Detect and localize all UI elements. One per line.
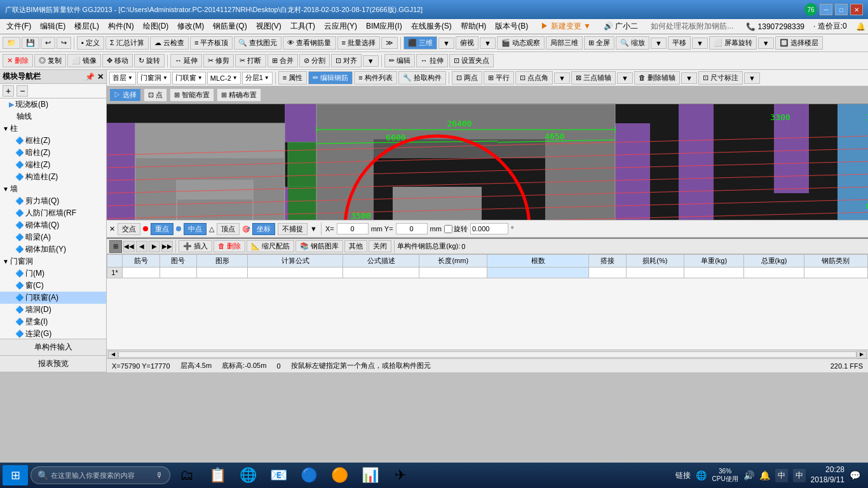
tree-item-hidden-beam[interactable]: 🔷 暗梁(A) xyxy=(0,231,106,243)
scroll-right-button[interactable]: ▶ xyxy=(857,351,867,358)
del-axis-dropdown[interactable]: ▼ xyxy=(681,72,697,84)
fullscreen-button[interactable]: ⊞ 全屏 xyxy=(584,36,614,50)
rotate-dropdown[interactable]: ▼ xyxy=(758,37,774,49)
menu-hint[interactable]: 如何处理花板附加钢筋... xyxy=(647,20,737,33)
stretch-button[interactable]: ↔ 拉伸 xyxy=(416,54,448,67)
floor-dropdown[interactable]: 首层▼ xyxy=(109,72,136,85)
minimize-button[interactable]: ─ xyxy=(820,4,832,15)
tree-item-door-window-combo[interactable]: 🔷 门联窗(A) xyxy=(0,292,106,304)
del-axis-button[interactable]: 🗑 删除辅轴 xyxy=(634,71,680,85)
menu-modify[interactable]: 修改(M) xyxy=(173,20,208,33)
3d-button[interactable]: ⬛ 三维 xyxy=(403,36,437,50)
h-scrollbar[interactable]: ◀ ▶ xyxy=(107,349,868,358)
find-element-button[interactable]: 🔍 查找图元 xyxy=(234,36,281,50)
break-button[interactable]: ✂ 打断 xyxy=(235,54,266,67)
pin-icon[interactable]: 📌 xyxy=(85,72,95,81)
angle-dropdown[interactable]: ▼ xyxy=(554,72,570,84)
nav-first-button[interactable]: ◀◀ xyxy=(123,241,135,252)
precise-place-button[interactable]: ⊞ 精确布置 xyxy=(217,88,261,102)
merge-button[interactable]: ⊞ 合并 xyxy=(268,54,298,67)
x-coord-input[interactable] xyxy=(337,223,369,234)
three-point-dropdown[interactable]: ▼ xyxy=(617,72,633,84)
trim-button[interactable]: ✂ 修剪 xyxy=(203,54,234,67)
extend-button[interactable]: ↔ 延伸 xyxy=(170,54,202,67)
menu-component[interactable]: 构件(N) xyxy=(104,20,138,33)
menu-phone[interactable]: 📞 13907298339 xyxy=(742,21,808,32)
mirror-button[interactable]: ⬜ 镜像 xyxy=(67,54,101,67)
calc-button[interactable]: Σ 汇总计算 xyxy=(105,36,149,50)
snap-coord-button[interactable]: 坐标 xyxy=(252,223,275,235)
taskbar-app-4[interactable]: 🔵 xyxy=(295,464,323,487)
menu-file[interactable]: 文件(F) xyxy=(3,20,35,33)
scroll-left-button[interactable]: ◀ xyxy=(108,351,118,358)
tree-item-lintel-beam[interactable]: 🔷 连梁(G) xyxy=(0,328,106,339)
edit-steel-button[interactable]: ✏ 编辑钢筋 xyxy=(308,71,353,85)
parallel-button[interactable]: ⊞ 平行 xyxy=(484,71,514,85)
nav-prev-button[interactable]: ◀ xyxy=(136,241,147,252)
tree-item-frame-col[interactable]: 🔷 框柱(Z) xyxy=(0,135,106,147)
add-node-button[interactable]: + xyxy=(3,85,14,97)
menu-new-change[interactable]: ▶ 新建变更 ▼ xyxy=(537,20,595,33)
select-floor-button[interactable]: 🔲 选择楼层 xyxy=(775,36,823,50)
tree-item-hidden-col[interactable]: 🔷 暗柱(Z) xyxy=(0,147,106,159)
close-bottom-button[interactable]: 关闭 xyxy=(369,240,391,252)
taskbar-app-5[interactable]: 🟠 xyxy=(325,464,353,487)
snap-none-button[interactable]: 不捕捉 xyxy=(278,223,308,235)
menu-draw[interactable]: 绘图(D) xyxy=(139,20,173,33)
bottom-corner-icon[interactable]: ⊞ xyxy=(109,240,122,253)
pan-button[interactable]: 平移 xyxy=(668,36,691,50)
nav-last-button[interactable]: ▶▶ xyxy=(161,241,173,252)
pick-comp-button[interactable]: 🔧 拾取构件 xyxy=(398,71,446,85)
nav-next-button[interactable]: ▶ xyxy=(149,241,160,252)
menu-help[interactable]: 帮助(H) xyxy=(457,20,491,33)
tree-item-construct-col[interactable]: 🔷 构造柱(Z) xyxy=(0,171,106,183)
tree-item-column[interactable]: ▼ 柱 xyxy=(0,123,106,135)
network-tray-icon[interactable]: 🌐 xyxy=(696,470,707,480)
start-button[interactable]: ⊞ xyxy=(3,465,28,485)
notify-tray-icon[interactable]: 🔔 xyxy=(759,470,770,480)
tree-item-civil-wall[interactable]: 🔷 人防门框墙(RF xyxy=(0,207,106,219)
set-grip-button[interactable]: ⊡ 设置夹点 xyxy=(449,54,494,67)
steel-lib-button[interactable]: 📚 钢筋图库 xyxy=(295,240,343,252)
taskbar-app-7[interactable]: ✈ xyxy=(386,464,414,487)
menu-coins[interactable]: · 造价豆:0 xyxy=(810,20,851,33)
more-button[interactable]: ≫ xyxy=(381,37,398,49)
tree-item-door-window[interactable]: ▼ 门窗洞 xyxy=(0,255,106,268)
single-part-button[interactable]: 单构件输入 xyxy=(0,339,106,356)
close-panel-icon[interactable]: ✕ xyxy=(97,72,104,81)
edit-button[interactable]: ✏ 编辑 xyxy=(384,54,415,67)
copy-button[interactable]: ◎ 复制 xyxy=(34,54,66,67)
batch-select-button[interactable]: ≡ 批量选择 xyxy=(337,36,380,50)
snap-dropdown[interactable]: ▼ xyxy=(310,225,317,233)
tree-item-wall[interactable]: ▼ 墙 xyxy=(0,183,106,195)
snap-midpoint-button[interactable]: 中点 xyxy=(184,223,207,235)
tree-item-end-col[interactable]: 🔷 端柱(Z) xyxy=(0,159,106,171)
split-button[interactable]: ⊘ 分割 xyxy=(299,54,330,67)
align-dropdown[interactable]: ▼ xyxy=(363,55,379,67)
menu-tools[interactable]: 工具(T) xyxy=(287,20,319,33)
new-button[interactable]: 📁 xyxy=(3,37,20,49)
menu-assistant[interactable]: 🔊 广小二 xyxy=(600,20,642,33)
view-dropdown[interactable]: ▼ xyxy=(480,37,496,49)
tree-item-axis[interactable]: 轴线 xyxy=(0,111,106,123)
comp-dropdown[interactable]: MLC-2▼ xyxy=(207,72,241,85)
ime-indicator2[interactable]: 中 xyxy=(793,469,806,482)
redo-button[interactable]: ↪ xyxy=(57,37,71,49)
y-coord-input[interactable] xyxy=(396,223,428,234)
dim-button[interactable]: ⊡ 尺寸标注 xyxy=(698,71,743,85)
screen-rotate-button[interactable]: ⬜ 屏幕旋转 xyxy=(709,36,757,50)
dynamic-view-button[interactable]: 🎬 动态观察 xyxy=(497,36,545,50)
tree-item-current-board[interactable]: ▶ 现浇板(B) xyxy=(0,98,106,111)
two-point-button[interactable]: ⊡ 两点 xyxy=(452,71,482,85)
menu-version[interactable]: 版本号(B) xyxy=(491,20,532,33)
menu-bim[interactable]: BIM应用(I) xyxy=(362,20,406,33)
property-button[interactable]: ≡ 属性 xyxy=(278,71,307,85)
maximize-button[interactable]: □ xyxy=(835,4,848,15)
define-button[interactable]: ▪ 定义 xyxy=(77,36,104,50)
dim-dropdown[interactable]: ▼ xyxy=(744,72,760,84)
align-button[interactable]: ⊡ 对齐 xyxy=(331,54,362,67)
zoom-dropdown[interactable]: ▼ xyxy=(651,37,667,49)
point-button[interactable]: ⊡ 点 xyxy=(144,88,167,102)
select-button[interactable]: ▷ 选择 xyxy=(109,88,141,102)
taskbar-app-taskview[interactable]: 🗂 xyxy=(173,464,201,487)
